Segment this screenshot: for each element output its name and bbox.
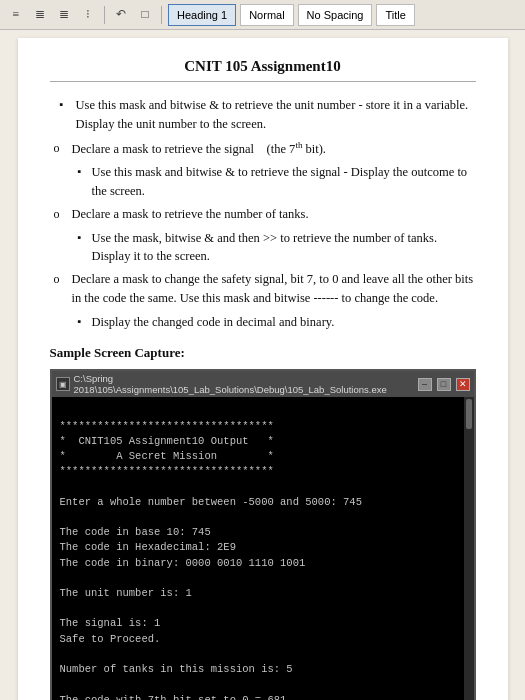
close-button[interactable]: ✕	[456, 378, 470, 391]
terminal-line-17: Number of tanks in this mission is: 5	[60, 663, 293, 675]
instruction-2: o Declare a mask to retrieve the signal …	[50, 139, 476, 159]
terminal-line-6: Enter a whole number between -5000 and 5…	[60, 496, 362, 508]
sub-bullet-icon-2: ▪	[78, 229, 92, 267]
list-icon[interactable]: ⁝	[78, 5, 98, 25]
terminal-line-8: The code in base 10: 745	[60, 526, 211, 538]
sub-instruction-3: ▪ Display the changed code in decimal an…	[50, 313, 476, 332]
terminal-line-9: The code in Hexadecimal: 2E9	[60, 541, 236, 553]
instruction-2-text: Declare a mask to retrieve the signal (t…	[72, 139, 476, 159]
sub-bullet-icon-1: ▪	[78, 163, 92, 201]
terminal-line-13	[60, 602, 66, 614]
sample-heading: Sample Screen Capture:	[50, 345, 476, 361]
instruction-3: o Declare a mask to retrieve the number …	[50, 205, 476, 224]
align-center-icon[interactable]: ≣	[30, 5, 50, 25]
terminal-line-4: **********************************	[60, 465, 274, 477]
instruction-3-text: Declare a mask to retrieve the number of…	[72, 205, 476, 224]
instructions-section: ▪ Use this mask and bitwise & to retriev…	[50, 96, 476, 331]
terminal-title: C:\Spring 2018\105\Assignments\105_Lab_S…	[74, 373, 413, 395]
style-heading1[interactable]: Heading 1	[168, 4, 236, 26]
instruction-1-text: Use this mask and bitwise & to retrieve …	[76, 96, 476, 134]
terminal-body: ********************************** * CNI…	[52, 397, 384, 700]
terminal-line-19: The code with 7th bit set to 0 = 681	[60, 694, 287, 700]
sub-instruction-2-text: Use the mask, bitwise & and then >> to r…	[92, 229, 476, 267]
terminal-line-15: Safe to Proceed.	[60, 633, 161, 645]
sub-bullet-icon-3: ▪	[78, 313, 92, 332]
bullet-icon-1: ▪	[60, 96, 76, 134]
instruction-4: o Declare a mask to change the safety si…	[50, 270, 476, 308]
minimize-button[interactable]: –	[418, 378, 432, 391]
align-justify-icon[interactable]: ≣	[54, 5, 74, 25]
terminal-scrollbar[interactable]	[464, 397, 474, 700]
circle-marker-2: o	[50, 205, 72, 224]
terminal-line-3: * A Secret Mission *	[60, 450, 274, 462]
terminal-line-7	[60, 511, 66, 523]
sub-instruction-2: ▪ Use the mask, bitwise & and then >> to…	[50, 229, 476, 267]
terminal-line-2: * CNIT105 Assignment10 Output *	[60, 435, 274, 447]
terminal-line-16	[60, 648, 66, 660]
style-nospacing[interactable]: No Spacing	[298, 4, 373, 26]
terminal-line-12: The unit number is: 1	[60, 587, 192, 599]
instruction-4-text: Declare a mask to change the safety sign…	[72, 270, 476, 308]
document-title: CNIT 105 Assignment10	[50, 58, 476, 82]
sub-instruction-3-text: Display the changed code in decimal and …	[92, 313, 476, 332]
align-left-icon[interactable]: ≡	[6, 5, 26, 25]
divider2	[161, 6, 162, 24]
maximize-button[interactable]: □	[437, 378, 451, 391]
terminal-window: ▣ C:\Spring 2018\105\Assignments\105_Lab…	[50, 369, 476, 700]
scrollbar-thumb[interactable]	[466, 399, 472, 429]
terminal-window-icon: ▣	[56, 377, 70, 391]
circle-marker-1: o	[50, 139, 72, 159]
terminal-line-14: The signal is: 1	[60, 617, 161, 629]
style-normal[interactable]: Normal	[240, 4, 293, 26]
terminal-line-10: The code in binary: 0000 0010 1110 1001	[60, 557, 306, 569]
terminal-line-1: **********************************	[60, 420, 274, 432]
toolbar: ≡ ≣ ≣ ⁝ ↶ □ Heading 1 Normal No Spacing …	[0, 0, 525, 30]
circle-marker-3: o	[50, 270, 72, 308]
instruction-1: ▪ Use this mask and bitwise & to retriev…	[50, 96, 476, 134]
terminal-titlebar: ▣ C:\Spring 2018\105\Assignments\105_Lab…	[52, 371, 474, 397]
image-icon[interactable]: □	[135, 5, 155, 25]
sub-instruction-1: ▪ Use this mask and bitwise & to retriev…	[50, 163, 476, 201]
terminal-line-5	[60, 481, 66, 493]
sub-instruction-1-text: Use this mask and bitwise & to retrieve …	[92, 163, 476, 201]
divider	[104, 6, 105, 24]
document-area: CNIT 105 Assignment10 ▪ Use this mask an…	[18, 38, 508, 700]
undo-icon[interactable]: ↶	[111, 5, 131, 25]
terminal-line-11	[60, 572, 66, 584]
style-title[interactable]: Title	[376, 4, 414, 26]
terminal-line-18	[60, 678, 66, 690]
